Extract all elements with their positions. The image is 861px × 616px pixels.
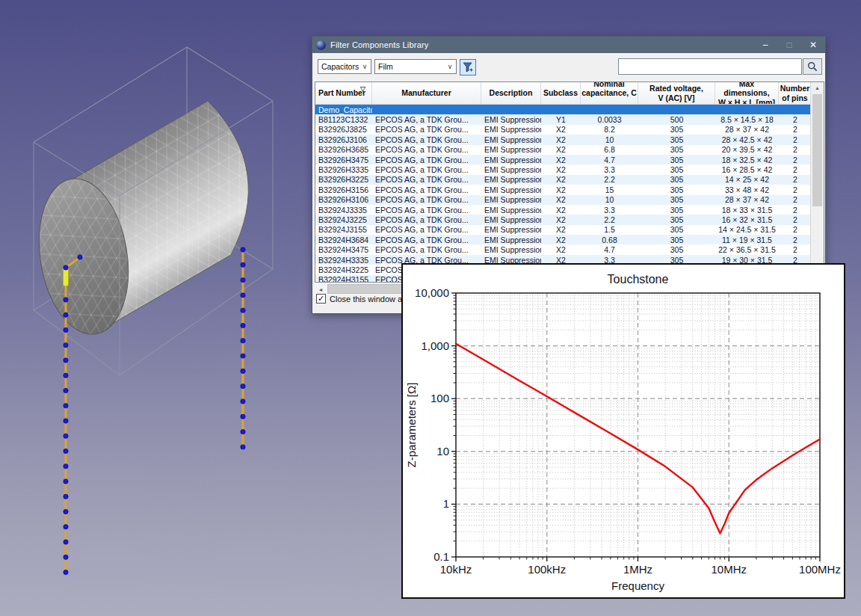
wire-node[interactable] <box>64 388 68 392</box>
y-axis-label: Z-parameters [Ω] <box>405 383 418 468</box>
table-row[interactable]: B32926H3225EPCOS AG, a TDK Grou...EMI Su… <box>315 175 824 185</box>
cell-col6: 8.5 × 14.5 × 18 <box>715 115 779 124</box>
table-row[interactable]: B32926J3106EPCOS AG, a TDK Grou...EMI Su… <box>315 135 824 144</box>
table-row[interactable]: Demo_Capacitor <box>315 105 824 114</box>
wire-node[interactable] <box>241 339 245 343</box>
wire-node[interactable] <box>241 384 245 389</box>
wire-node[interactable] <box>241 247 245 252</box>
cell-col6: 14 × 24.5 × 31.5 <box>715 225 779 234</box>
sort-descending-icon: ▽ <box>360 85 365 93</box>
wire-node[interactable] <box>64 312 68 317</box>
wire-node[interactable] <box>64 479 68 484</box>
wire-node[interactable] <box>64 449 68 453</box>
wire-node[interactable] <box>64 540 68 544</box>
cell-col3: X2 <box>541 195 581 204</box>
cell-col0: B32926J3825 <box>315 125 372 134</box>
table-body: Demo_CapacitorB81123C1332EPCOS AG, a TDK… <box>315 105 824 283</box>
cell-col7: 2 <box>779 225 812 234</box>
wire-node[interactable] <box>241 293 245 298</box>
cell-col5: 305 <box>638 225 715 234</box>
vertical-scrollbar-thumb[interactable] <box>812 94 822 206</box>
subtype-dropdown[interactable]: Film ∨ <box>374 59 457 74</box>
cell-col2: EMI Suppression Capa... <box>481 175 541 184</box>
wire-node[interactable] <box>241 414 245 419</box>
scroll-up-icon[interactable]: ▲ <box>811 82 824 93</box>
dialog-toolbar: Capacitors ∨ Film ∨ <box>312 53 825 80</box>
table-row[interactable]: B32924H3684EPCOS AG, a TDK Grou...EMI Su… <box>315 235 824 244</box>
column-header-3[interactable]: Subclass <box>541 82 581 104</box>
wire-node[interactable] <box>241 323 245 327</box>
cell-col7: 2 <box>779 245 812 254</box>
cell-col2: EMI Suppression Capa... <box>481 115 541 124</box>
wire-node[interactable] <box>64 343 68 348</box>
wire-node[interactable] <box>241 308 245 312</box>
cell-col2: EMI Suppression Capa... <box>481 235 541 244</box>
table-row[interactable]: B32924H3475EPCOS AG, a TDK Grou...EMI Su… <box>315 244 824 254</box>
cell-col3: X2 <box>541 206 581 215</box>
wire-node[interactable] <box>241 354 245 358</box>
cell-col0: B32924H3335 <box>315 256 372 265</box>
cell-col4: 4.7 <box>581 245 638 254</box>
cell-col3: X2 <box>541 245 581 254</box>
wire-node[interactable] <box>241 445 245 449</box>
column-header-4[interactable]: Nominal capacitance, C ... <box>581 82 638 104</box>
search-input[interactable] <box>618 58 802 75</box>
table-row[interactable]: B32926H3685EPCOS AG, a TDK Grou...EMI Su… <box>315 145 824 155</box>
table-row[interactable]: B32924J3155EPCOS AG, a TDK Grou...EMI Su… <box>315 225 824 235</box>
wire-node[interactable] <box>64 434 68 438</box>
dialog-app-icon <box>316 40 326 50</box>
table-row[interactable]: B81123C1332EPCOS AG, a TDK Grou...EMI Su… <box>315 114 824 124</box>
dialog-titlebar[interactable]: Filter Components Library – □ ✕ <box>312 37 825 53</box>
wire-node[interactable] <box>64 525 68 529</box>
checkbox-checked-icon[interactable]: ✓ <box>316 294 326 304</box>
wire-node[interactable] <box>64 494 68 499</box>
category-dropdown[interactable]: Capacitors ∨ <box>318 59 371 74</box>
wire-node[interactable] <box>64 265 68 270</box>
wire-node[interactable] <box>64 404 68 408</box>
table-row[interactable]: B32926J3825EPCOS AG, a TDK Grou...EMI Su… <box>315 125 824 135</box>
wire-node[interactable] <box>78 255 82 259</box>
wire-node[interactable] <box>64 327 68 332</box>
wire-node[interactable] <box>241 262 245 267</box>
wire-node[interactable] <box>241 429 245 434</box>
table-row[interactable]: B32924J3335EPCOS AG, a TDK Grou...EMI Su… <box>315 205 824 215</box>
wire-node[interactable] <box>241 277 245 282</box>
vertical-scrollbar[interactable]: ▲ <box>810 82 824 282</box>
cell-col2: EMI Suppression Capa... <box>481 125 541 134</box>
cell-col3: X2 <box>541 235 581 244</box>
table-row[interactable]: B32926H3106EPCOS AG, a TDK Grou...EMI Su… <box>315 195 824 205</box>
cell-col0: B32924J3225 <box>315 215 372 224</box>
wire-node[interactable] <box>64 555 68 559</box>
table-row[interactable]: B32924J3225EPCOS AG, a TDK Grou...EMI Su… <box>315 215 824 224</box>
column-header-7[interactable]: Number of pins <box>779 82 812 104</box>
wire-node[interactable] <box>241 369 245 373</box>
maximize-button[interactable]: □ <box>777 37 801 53</box>
cell-col3: X2 <box>541 165 581 174</box>
wire-node[interactable] <box>241 399 245 404</box>
column-header-2[interactable]: Description <box>481 82 541 104</box>
close-button[interactable]: ✕ <box>801 37 825 53</box>
table-row[interactable]: B32926H3156EPCOS AG, a TDK Grou...EMI Su… <box>315 185 824 194</box>
wire-node[interactable] <box>64 373 68 378</box>
column-header-5[interactable]: Rated voltage, V (AC) [V] <box>638 82 715 104</box>
cell-col6: 11 × 19 × 31.5 <box>715 235 779 244</box>
touchstone-plot-window: 10kHz100kHz1MHz10MHz100MHz10,0001,000100… <box>401 263 845 599</box>
apply-filter-button[interactable] <box>460 59 476 76</box>
cell-col7: 2 <box>779 115 812 124</box>
cell-col2: EMI Suppression Capa... <box>481 185 541 194</box>
column-header-6[interactable]: Max dimensions, W × H × L [mm] <box>715 82 779 104</box>
table-row[interactable]: B32926H3475EPCOS AG, a TDK Grou...EMI Su… <box>315 155 824 164</box>
minimize-button[interactable]: – <box>753 37 777 53</box>
column-header-1[interactable]: Manufacturer <box>372 82 481 104</box>
wire-node[interactable] <box>64 298 68 302</box>
search-button[interactable] <box>803 58 822 75</box>
wire-node[interactable] <box>64 358 68 363</box>
cell-col0: B32926H3156 <box>315 185 372 194</box>
cell-col6: 22 × 36.5 × 31.5 <box>715 245 779 254</box>
wire-node[interactable] <box>64 464 68 469</box>
wire-node[interactable] <box>64 419 68 423</box>
wire-node[interactable] <box>64 570 68 574</box>
table-row[interactable]: B32926H3335EPCOS AG, a TDK Grou...EMI Su… <box>315 164 824 174</box>
wire-node[interactable] <box>64 509 68 514</box>
column-header-0[interactable]: Part Number▽ <box>315 82 372 104</box>
